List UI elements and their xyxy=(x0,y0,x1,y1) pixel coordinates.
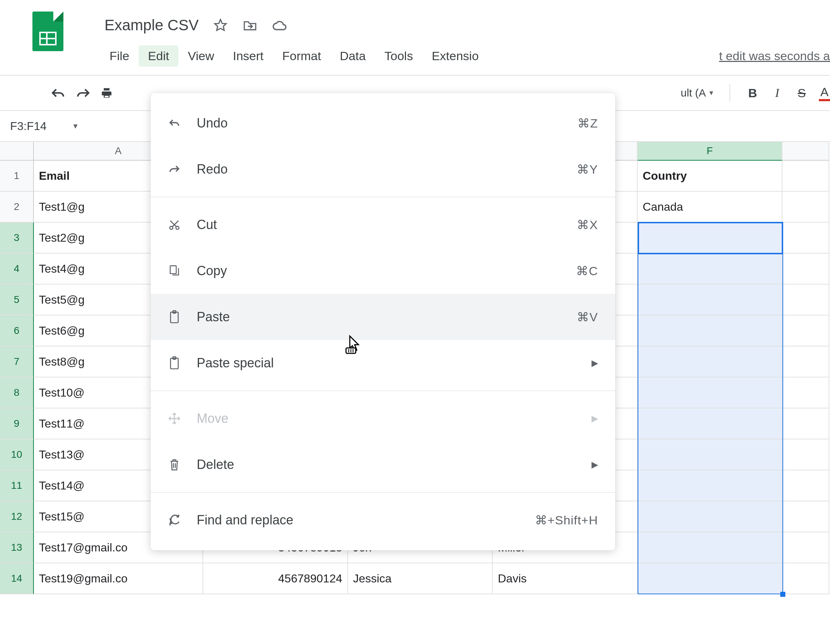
cell[interactable] xyxy=(782,470,829,502)
cell[interactable] xyxy=(638,253,782,285)
menu-item-label: Delete xyxy=(197,457,577,472)
cell[interactable] xyxy=(638,377,782,408)
cell[interactable] xyxy=(782,440,829,470)
menu-item-label: Paste xyxy=(197,309,562,324)
cell[interactable] xyxy=(782,161,829,191)
sheets-logo[interactable] xyxy=(32,11,63,51)
menu-edit[interactable]: Edit xyxy=(139,45,179,66)
italic-button[interactable]: I xyxy=(770,86,784,100)
star-icon[interactable] xyxy=(213,17,228,33)
last-edit-text[interactable]: t edit was seconds a xyxy=(719,49,830,63)
cell[interactable] xyxy=(638,502,782,532)
cell[interactable] xyxy=(782,223,829,253)
select-all-cell[interactable] xyxy=(0,142,34,161)
menu-format[interactable]: Format xyxy=(273,45,331,66)
menu-item-label: Redo xyxy=(197,162,562,177)
cell[interactable]: Jessica xyxy=(348,563,493,594)
cell[interactable] xyxy=(782,347,829,377)
row-header[interactable]: 6 xyxy=(0,315,34,347)
menu-shortcut: ⌘Z xyxy=(578,116,598,130)
chevron-down-icon: ▼ xyxy=(72,122,79,130)
cell[interactable] xyxy=(782,315,829,347)
row-header[interactable]: 1 xyxy=(0,161,34,191)
font-label: ult (A xyxy=(681,87,706,99)
move-to-folder-icon[interactable] xyxy=(242,17,258,33)
cloud-status-icon[interactable] xyxy=(272,17,287,33)
cell[interactable] xyxy=(782,191,829,223)
row-header[interactable]: 11 xyxy=(0,470,34,502)
row-header[interactable]: 2 xyxy=(0,191,34,223)
cell[interactable] xyxy=(782,563,829,594)
font-dropdown[interactable]: ult (A▼ xyxy=(681,87,714,99)
redo-icon xyxy=(166,164,182,175)
menu-item-redo[interactable]: Redo⌘Y xyxy=(150,146,615,192)
menu-view[interactable]: View xyxy=(178,45,223,66)
cell[interactable]: 4567890124 xyxy=(203,563,348,594)
redo-icon[interactable] xyxy=(76,85,91,100)
row-header[interactable]: 13 xyxy=(0,532,34,563)
menu-item-delete[interactable]: Delete▶ xyxy=(150,441,615,488)
menu-insert[interactable]: Insert xyxy=(223,45,273,66)
cell[interactable] xyxy=(638,408,782,440)
cell[interactable] xyxy=(638,285,782,315)
svg-rect-4 xyxy=(170,312,178,323)
name-box-value: F3:F14 xyxy=(10,120,46,133)
cell[interactable] xyxy=(638,440,782,470)
cell[interactable] xyxy=(638,347,782,377)
row-header[interactable]: 7 xyxy=(0,347,34,377)
menu-shortcut: ⌘Y xyxy=(577,162,598,177)
cell[interactable] xyxy=(638,470,782,502)
menu-shortcut: ⌘C xyxy=(576,264,598,278)
document-title[interactable]: Example CSV xyxy=(105,17,198,34)
column-header-F[interactable]: F xyxy=(638,142,782,161)
menu-item-paste[interactable]: Paste⌘V xyxy=(150,294,615,340)
cell[interactable] xyxy=(782,253,829,285)
menu-tools[interactable]: Tools xyxy=(375,45,422,66)
menu-item-cut[interactable]: Cut⌘X xyxy=(150,202,615,248)
column-header-blank[interactable] xyxy=(782,142,829,161)
menu-separator xyxy=(150,391,615,391)
print-icon[interactable] xyxy=(101,85,112,100)
chevron-right-icon: ▶ xyxy=(591,460,598,470)
cell[interactable]: Country xyxy=(638,161,782,191)
bold-button[interactable]: B xyxy=(745,86,760,100)
cell[interactable] xyxy=(638,315,782,347)
row-header[interactable]: 14 xyxy=(0,563,34,594)
cell[interactable] xyxy=(638,532,782,563)
cell[interactable] xyxy=(782,408,829,440)
text-color-button[interactable]: A xyxy=(819,85,830,101)
row-header[interactable]: 12 xyxy=(0,502,34,532)
copy-icon xyxy=(166,264,182,277)
cell[interactable] xyxy=(782,532,829,563)
row-header[interactable]: 9 xyxy=(0,408,34,440)
menu-separator xyxy=(150,492,615,493)
cell[interactable] xyxy=(638,563,782,594)
strikethrough-button[interactable]: S xyxy=(794,86,809,100)
cell[interactable] xyxy=(782,502,829,532)
cell[interactable] xyxy=(782,285,829,315)
row-header[interactable]: 3 xyxy=(0,223,34,253)
cell[interactable]: Canada xyxy=(638,191,782,223)
row-header[interactable]: 10 xyxy=(0,440,34,470)
cell[interactable] xyxy=(782,377,829,408)
menu-item-label: Move xyxy=(197,411,577,426)
row-header[interactable]: 8 xyxy=(0,377,34,408)
chevron-right-icon: ▶ xyxy=(591,358,598,368)
menu-item-paste-special[interactable]: Paste special▶ xyxy=(150,340,615,386)
cell[interactable]: Davis xyxy=(493,563,638,594)
row-header[interactable]: 4 xyxy=(0,253,34,285)
name-box[interactable]: F3:F14 ▼ xyxy=(10,120,118,133)
chevron-right-icon: ▶ xyxy=(591,413,598,424)
undo-icon[interactable] xyxy=(51,85,66,100)
row-header[interactable]: 5 xyxy=(0,285,34,315)
cell[interactable] xyxy=(638,223,782,253)
menu-data[interactable]: Data xyxy=(330,45,375,66)
cell[interactable]: Test19@gmail.co xyxy=(34,563,203,594)
menu-file[interactable]: File xyxy=(100,45,139,66)
menu-item-undo[interactable]: Undo⌘Z xyxy=(150,100,615,146)
selection-handle[interactable] xyxy=(780,592,785,597)
menu-item-copy[interactable]: Copy⌘C xyxy=(150,248,615,294)
edit-menu-dropdown: Undo⌘ZRedo⌘YCut⌘XCopy⌘CPaste⌘VPaste spec… xyxy=(150,93,615,551)
menu-item-find-and-replace[interactable]: Find and replace⌘+Shift+H xyxy=(150,497,615,543)
menu-extensio[interactable]: Extensio xyxy=(422,45,488,66)
